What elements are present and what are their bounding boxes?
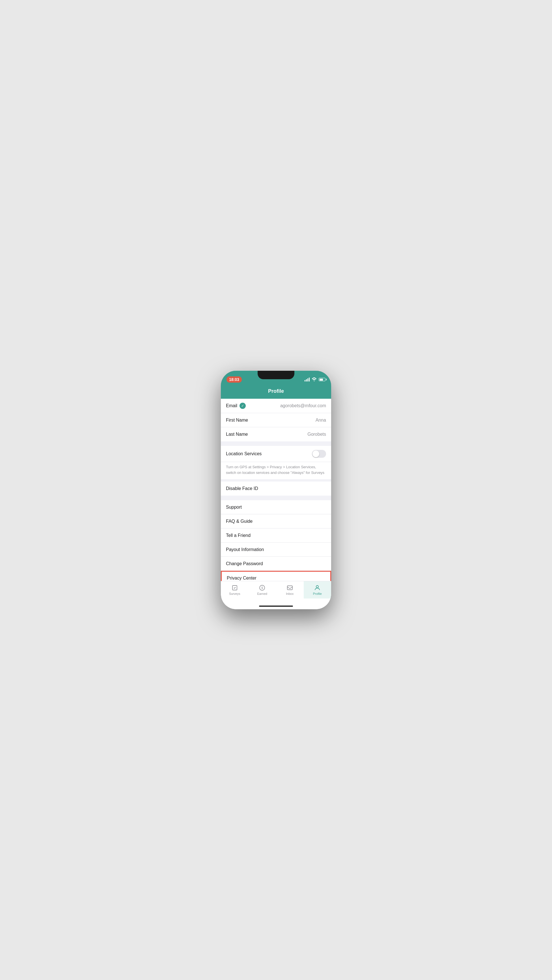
location-hint: Turn on GPS at Settings > Privacy > Loca… bbox=[221, 462, 331, 479]
battery-icon bbox=[319, 378, 325, 381]
earned-nav-label: Earned bbox=[257, 592, 267, 595]
first-name-value: Anna bbox=[316, 418, 326, 423]
face-id-section: Disable Face ID bbox=[221, 482, 331, 496]
svg-point-5 bbox=[316, 585, 318, 588]
faq-guide-label: FAQ & Guide bbox=[226, 519, 252, 524]
page-title: Profile bbox=[268, 388, 284, 394]
profile-info-section: Email ✓ agorobets@mfour.com First Name A… bbox=[221, 399, 331, 441]
status-icons bbox=[305, 377, 325, 382]
surveys-nav-label: Surveys bbox=[229, 592, 240, 595]
email-label: Email bbox=[226, 403, 237, 408]
profile-nav-label: Profile bbox=[313, 592, 322, 595]
last-name-label: Last Name bbox=[226, 432, 248, 437]
home-indicator bbox=[221, 603, 331, 609]
disable-face-id-item[interactable]: Disable Face ID bbox=[221, 482, 331, 496]
toggle-thumb bbox=[313, 450, 319, 457]
signal-icon bbox=[305, 377, 310, 382]
earned-icon: $ bbox=[259, 584, 266, 591]
location-toggle[interactable] bbox=[312, 450, 326, 458]
support-label: Support bbox=[226, 505, 242, 510]
email-value: agorobets@mfour.com bbox=[280, 403, 326, 408]
email-row[interactable]: Email ✓ agorobets@mfour.com bbox=[221, 399, 331, 413]
privacy-center-item[interactable]: Privacy Center bbox=[221, 571, 331, 581]
svg-text:$: $ bbox=[261, 586, 263, 589]
nav-profile[interactable]: Profile bbox=[304, 581, 332, 598]
first-name-label: First Name bbox=[226, 418, 248, 423]
spacer-3 bbox=[221, 498, 331, 500]
location-services-row: Location Services bbox=[221, 446, 331, 462]
wifi-icon bbox=[312, 377, 317, 382]
status-time: 18:03 bbox=[227, 376, 242, 383]
bottom-nav: Surveys $ Earned Inbox bbox=[221, 581, 331, 603]
nav-surveys[interactable]: Surveys bbox=[221, 581, 249, 598]
home-bar bbox=[259, 606, 293, 607]
tell-a-friend-item[interactable]: Tell a Friend bbox=[221, 528, 331, 542]
inbox-nav-label: Inbox bbox=[286, 592, 294, 595]
change-password-item[interactable]: Change Password bbox=[221, 557, 331, 571]
phone-screen: 18:03 bbox=[221, 371, 331, 609]
svg-rect-4 bbox=[287, 586, 292, 590]
disable-face-id-label: Disable Face ID bbox=[226, 486, 258, 491]
phone-frame: 18:03 bbox=[221, 371, 331, 609]
first-name-row[interactable]: First Name Anna bbox=[221, 413, 331, 427]
spacer-2 bbox=[221, 479, 331, 482]
location-hint-text: Turn on GPS at Settings > Privacy > Loca… bbox=[226, 465, 324, 475]
tell-a-friend-label: Tell a Friend bbox=[226, 533, 250, 538]
inbox-icon bbox=[286, 584, 293, 591]
faq-guide-item[interactable]: FAQ & Guide bbox=[221, 514, 331, 528]
location-services-label: Location Services bbox=[226, 451, 262, 457]
verified-check-icon: ✓ bbox=[239, 402, 246, 409]
menu-section: Support FAQ & Guide Tell a Friend Payout… bbox=[221, 500, 331, 581]
svg-point-0 bbox=[314, 380, 315, 381]
support-item[interactable]: Support bbox=[221, 500, 331, 514]
location-section: Location Services Turn on GPS at Setting… bbox=[221, 446, 331, 479]
content-area: Email ✓ agorobets@mfour.com First Name A… bbox=[221, 399, 331, 581]
privacy-center-label: Privacy Center bbox=[227, 576, 257, 581]
last-name-row[interactable]: Last Name Gorobets bbox=[221, 427, 331, 441]
nav-earned[interactable]: $ Earned bbox=[249, 581, 276, 598]
last-name-value: Gorobets bbox=[307, 432, 326, 437]
nav-inbox[interactable]: Inbox bbox=[276, 581, 304, 598]
payout-information-item[interactable]: Payout Information bbox=[221, 542, 331, 557]
spacer-1 bbox=[221, 444, 331, 446]
notch bbox=[258, 371, 294, 379]
surveys-icon bbox=[231, 584, 238, 591]
payout-information-label: Payout Information bbox=[226, 547, 264, 552]
change-password-label: Change Password bbox=[226, 561, 263, 566]
page-header: Profile bbox=[221, 385, 331, 399]
profile-icon bbox=[314, 584, 321, 591]
